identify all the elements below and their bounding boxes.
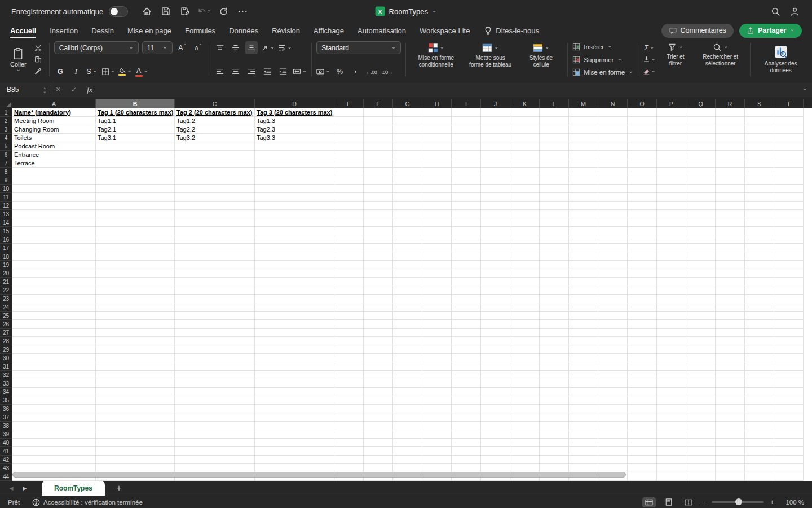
cell-A18[interactable] — [12, 252, 96, 261]
cell-Q4[interactable] — [686, 134, 716, 142]
column-header-R[interactable]: R — [716, 99, 745, 108]
cell-S12[interactable] — [745, 202, 774, 210]
cell-Q14[interactable] — [686, 218, 716, 227]
cell-D42[interactable] — [255, 456, 334, 464]
cell-C20[interactable] — [175, 269, 255, 278]
cell-G2[interactable] — [393, 117, 422, 125]
cell-H2[interactable] — [422, 117, 452, 125]
cell-J25[interactable] — [481, 312, 510, 320]
cell-E11[interactable] — [334, 193, 364, 202]
cell-L16[interactable] — [540, 235, 569, 244]
cell-O9[interactable] — [628, 176, 657, 185]
cell-P15[interactable] — [657, 227, 686, 235]
cell-L27[interactable] — [540, 329, 569, 337]
cell-L22[interactable] — [540, 286, 569, 295]
cell-H34[interactable] — [422, 388, 452, 396]
cell-O36[interactable] — [628, 405, 657, 413]
cell-N26[interactable] — [598, 320, 628, 329]
cell-K33[interactable] — [510, 379, 540, 388]
cell-R41[interactable] — [716, 447, 745, 456]
cell-I5[interactable] — [452, 142, 481, 151]
row-header-14[interactable]: 14 — [0, 218, 12, 227]
cell-J9[interactable] — [481, 176, 510, 185]
cell-S23[interactable] — [745, 295, 774, 303]
cell-F21[interactable] — [364, 278, 393, 286]
cell-J40[interactable] — [481, 439, 510, 447]
cell-I12[interactable] — [452, 202, 481, 210]
delete-button[interactable]: Supprimer — [572, 56, 633, 64]
cell-L43[interactable] — [540, 464, 569, 472]
cell-B3[interactable]: Tag2.1 — [96, 125, 175, 134]
row-header-19[interactable]: 19 — [0, 261, 12, 269]
name-box-spinner[interactable] — [43, 85, 46, 94]
cell-I34[interactable] — [452, 388, 481, 396]
cell-T9[interactable] — [774, 176, 804, 185]
cell-K1[interactable] — [510, 108, 540, 117]
cell-N17[interactable] — [598, 244, 628, 252]
cell-N1[interactable] — [598, 108, 628, 117]
cell-A7[interactable]: Terrace — [12, 159, 96, 168]
cell-R8[interactable] — [716, 168, 745, 176]
tell-me-button[interactable]: Dites-le-nous — [484, 27, 539, 35]
cell-J22[interactable] — [481, 286, 510, 295]
cell-D20[interactable] — [255, 269, 334, 278]
cell-I23[interactable] — [452, 295, 481, 303]
row-header-33[interactable]: 33 — [0, 379, 12, 388]
column-header-B[interactable]: B — [96, 99, 175, 108]
column-header-G[interactable]: G — [393, 99, 422, 108]
cell-S13[interactable] — [745, 210, 774, 218]
cell-J11[interactable] — [481, 193, 510, 202]
cell-H8[interactable] — [422, 168, 452, 176]
cell-C29[interactable] — [175, 345, 255, 354]
cell-H10[interactable] — [422, 185, 452, 193]
cell-H7[interactable] — [422, 159, 452, 168]
cell-B21[interactable] — [96, 278, 175, 286]
cell-B40[interactable] — [96, 439, 175, 447]
cell-H18[interactable] — [422, 252, 452, 261]
cell-M24[interactable] — [569, 303, 598, 312]
paste-button[interactable]: Coller — [6, 46, 31, 73]
cell-A32[interactable] — [12, 371, 96, 379]
cell-K27[interactable] — [510, 329, 540, 337]
cell-I29[interactable] — [452, 345, 481, 354]
cell-Q35[interactable] — [686, 396, 716, 405]
cell-N22[interactable] — [598, 286, 628, 295]
cell-N29[interactable] — [598, 345, 628, 354]
cell-P43[interactable] — [657, 464, 686, 472]
cell-S8[interactable] — [745, 168, 774, 176]
row-header-22[interactable]: 22 — [0, 286, 12, 295]
cell-M36[interactable] — [569, 405, 598, 413]
cell-G34[interactable] — [393, 388, 422, 396]
row-header-13[interactable]: 13 — [0, 210, 12, 218]
cell-B19[interactable] — [96, 261, 175, 269]
cell-Q22[interactable] — [686, 286, 716, 295]
cell-G6[interactable] — [393, 151, 422, 159]
row-header-29[interactable]: 29 — [0, 345, 12, 354]
cell-F35[interactable] — [364, 396, 393, 405]
cell-O12[interactable] — [628, 202, 657, 210]
cell-Q11[interactable] — [686, 193, 716, 202]
cell-N30[interactable] — [598, 354, 628, 362]
cell-K10[interactable] — [510, 185, 540, 193]
cell-S21[interactable] — [745, 278, 774, 286]
tab-automatisation[interactable]: Automatisation — [358, 24, 406, 37]
cell-N40[interactable] — [598, 439, 628, 447]
cell-S29[interactable] — [745, 345, 774, 354]
cell-Q36[interactable] — [686, 405, 716, 413]
cell-B24[interactable] — [96, 303, 175, 312]
cell-F27[interactable] — [364, 329, 393, 337]
cell-P20[interactable] — [657, 269, 686, 278]
cell-A25[interactable] — [12, 312, 96, 320]
cell-R5[interactable] — [716, 142, 745, 151]
cell-E2[interactable] — [334, 117, 364, 125]
cell-E33[interactable] — [334, 379, 364, 388]
cell-S16[interactable] — [745, 235, 774, 244]
cell-P17[interactable] — [657, 244, 686, 252]
cell-K18[interactable] — [510, 252, 540, 261]
row-header-36[interactable]: 36 — [0, 405, 12, 413]
cell-G31[interactable] — [393, 362, 422, 371]
cell-S17[interactable] — [745, 244, 774, 252]
cell-O37[interactable] — [628, 413, 657, 422]
page-break-view-button[interactable] — [682, 497, 695, 507]
cell-B17[interactable] — [96, 244, 175, 252]
